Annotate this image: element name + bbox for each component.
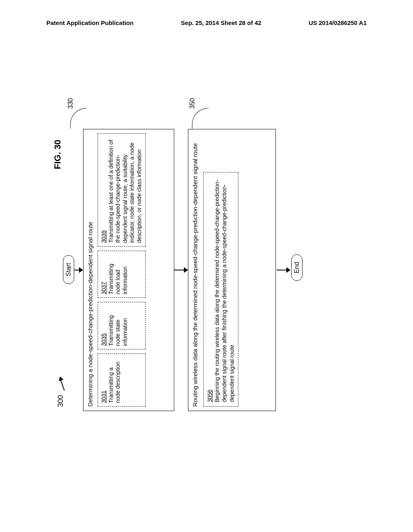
step-330-block: Determining a node-speed-change-predicti…: [83, 129, 174, 411]
step-350-substeps: 3056 Beginning the routing wireless data…: [203, 133, 238, 407]
substep-3037: 3037 Transmitting node load information: [98, 251, 146, 298]
callout-curve: [192, 108, 209, 129]
substep-3035-text: Transmitting node state information: [108, 315, 128, 346]
substep-3031-text: Transmitting a node description: [108, 362, 121, 403]
figure-label: FIG. 30: [52, 140, 63, 169]
ref-350: 350: [189, 98, 196, 109]
substep-3039-text: Transmitting at least one of a definitio…: [108, 140, 142, 243]
callout-curve: [70, 108, 87, 129]
arrowhead-icon: [286, 267, 290, 273]
substep-3031: 3031 Transmitting a node description: [98, 353, 146, 407]
substep-3037-num: 3037: [100, 282, 107, 294]
step-350-block: Routing wireless data along the determin…: [188, 129, 276, 411]
header-mid: Sep. 25, 2014 Sheet 28 of 42: [181, 19, 261, 26]
substep-3035-num: 3035: [100, 333, 107, 346]
arrow-icon: [59, 375, 67, 391]
start-terminal: Start: [63, 255, 74, 284]
substep-3039-num: 3039: [100, 230, 107, 243]
ref-300: 300: [56, 395, 65, 407]
flowchart: FIG. 30 300 Start 330 Determining a node…: [69, 56, 311, 403]
substep-3031-num: 3031: [100, 391, 107, 403]
substep-3037-text: Transmitting node load information: [108, 264, 128, 295]
substep-3056: 3056 Beginning the routing wireless data…: [203, 172, 238, 407]
substep-3035: 3035 Transmitting node state information: [98, 302, 146, 349]
page: Patent Application Publication Sep. 25, …: [0, 0, 413, 532]
header-right: US 2014/0286250 A1: [309, 19, 367, 26]
step-330-substeps: 3031 Transmitting a node description 303…: [98, 133, 146, 407]
ref-330: 330: [67, 98, 74, 109]
header-left: Patent Application Publication: [46, 19, 133, 26]
diagram-rotated: FIG. 30 300 Start 330 Determining a node…: [46, 109, 333, 351]
step-350-title: Routing wireless data along the determin…: [192, 133, 198, 407]
arrowhead-icon: [79, 267, 83, 273]
substep-3056-text: Beginning the routing wireless data alon…: [214, 180, 235, 402]
page-header: Patent Application Publication Sep. 25, …: [0, 19, 413, 26]
substep-3056-num: 3056: [206, 390, 213, 402]
end-terminal: End: [291, 254, 302, 281]
arrowhead-icon: [184, 267, 188, 273]
substep-3039: 3039 Transmitting at least one of a defi…: [98, 133, 146, 247]
step-330-title: Determining a node-speed-change-predicti…: [87, 133, 94, 407]
